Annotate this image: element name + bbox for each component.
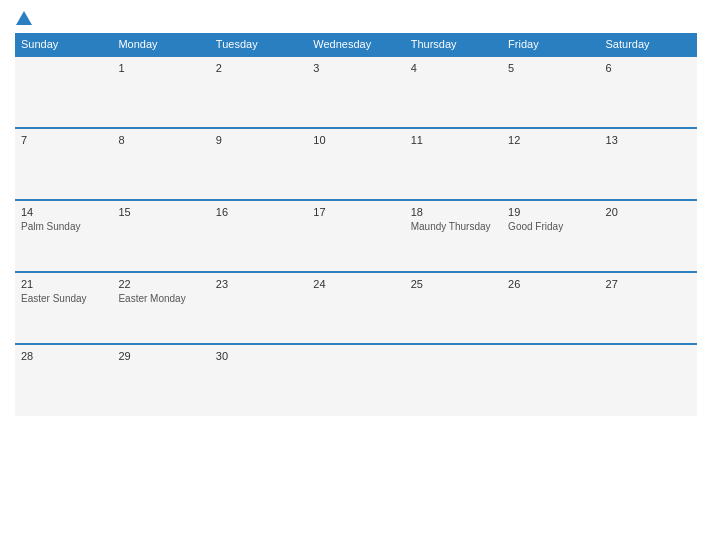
day-number: 28 xyxy=(21,350,106,362)
day-number: 9 xyxy=(216,134,301,146)
day-event: Palm Sunday xyxy=(21,221,80,232)
day-number: 11 xyxy=(411,134,496,146)
col-header-thursday: Thursday xyxy=(405,33,502,56)
day-number: 10 xyxy=(313,134,398,146)
col-header-tuesday: Tuesday xyxy=(210,33,307,56)
calendar-cell xyxy=(307,344,404,416)
calendar-cell: 22Easter Monday xyxy=(112,272,209,344)
calendar-cell: 1 xyxy=(112,56,209,128)
logo-text xyxy=(15,10,32,25)
calendar-body: 1234567891011121314Palm Sunday15161718Ma… xyxy=(15,56,697,416)
day-event: Good Friday xyxy=(508,221,563,232)
day-number: 14 xyxy=(21,206,106,218)
calendar-cell: 16 xyxy=(210,200,307,272)
calendar-cell xyxy=(502,344,599,416)
calendar-cell: 2 xyxy=(210,56,307,128)
week-row-3: 21Easter Sunday22Easter Monday2324252627 xyxy=(15,272,697,344)
calendar-cell: 14Palm Sunday xyxy=(15,200,112,272)
calendar-cell: 13 xyxy=(600,128,697,200)
day-number: 13 xyxy=(606,134,691,146)
day-number: 16 xyxy=(216,206,301,218)
day-number: 24 xyxy=(313,278,398,290)
day-number: 17 xyxy=(313,206,398,218)
day-number: 21 xyxy=(21,278,106,290)
day-event: Easter Monday xyxy=(118,293,185,304)
day-number: 19 xyxy=(508,206,593,218)
day-number: 22 xyxy=(118,278,203,290)
calendar-cell: 10 xyxy=(307,128,404,200)
calendar-page: SundayMondayTuesdayWednesdayThursdayFrid… xyxy=(0,0,712,550)
day-number: 12 xyxy=(508,134,593,146)
calendar-cell: 28 xyxy=(15,344,112,416)
day-number: 20 xyxy=(606,206,691,218)
week-row-4: 282930 xyxy=(15,344,697,416)
calendar-cell: 9 xyxy=(210,128,307,200)
calendar-cell: 26 xyxy=(502,272,599,344)
day-event: Easter Sunday xyxy=(21,293,87,304)
week-row-1: 78910111213 xyxy=(15,128,697,200)
calendar-cell: 23 xyxy=(210,272,307,344)
calendar-cell: 6 xyxy=(600,56,697,128)
col-header-monday: Monday xyxy=(112,33,209,56)
calendar-cell: 7 xyxy=(15,128,112,200)
col-header-wednesday: Wednesday xyxy=(307,33,404,56)
calendar-cell: 24 xyxy=(307,272,404,344)
day-number: 1 xyxy=(118,62,203,74)
calendar-cell: 21Easter Sunday xyxy=(15,272,112,344)
week-row-0: 123456 xyxy=(15,56,697,128)
calendar-cell: 27 xyxy=(600,272,697,344)
col-header-friday: Friday xyxy=(502,33,599,56)
day-number: 4 xyxy=(411,62,496,74)
logo-triangle-icon xyxy=(16,11,32,25)
logo xyxy=(15,10,32,25)
day-number: 23 xyxy=(216,278,301,290)
day-number: 15 xyxy=(118,206,203,218)
day-number: 5 xyxy=(508,62,593,74)
day-number: 30 xyxy=(216,350,301,362)
calendar-cell: 25 xyxy=(405,272,502,344)
calendar-cell: 18Maundy Thursday xyxy=(405,200,502,272)
calendar-cell: 17 xyxy=(307,200,404,272)
day-number: 18 xyxy=(411,206,496,218)
day-number: 2 xyxy=(216,62,301,74)
calendar-cell: 15 xyxy=(112,200,209,272)
day-number: 25 xyxy=(411,278,496,290)
calendar-cell: 5 xyxy=(502,56,599,128)
calendar-table: SundayMondayTuesdayWednesdayThursdayFrid… xyxy=(15,33,697,416)
day-number: 6 xyxy=(606,62,691,74)
calendar-cell: 8 xyxy=(112,128,209,200)
calendar-cell: 19Good Friday xyxy=(502,200,599,272)
calendar-header-row: SundayMondayTuesdayWednesdayThursdayFrid… xyxy=(15,33,697,56)
col-header-saturday: Saturday xyxy=(600,33,697,56)
col-header-sunday: Sunday xyxy=(15,33,112,56)
day-number: 8 xyxy=(118,134,203,146)
calendar-cell xyxy=(405,344,502,416)
calendar-cell xyxy=(600,344,697,416)
calendar-cell: 30 xyxy=(210,344,307,416)
calendar-cell: 12 xyxy=(502,128,599,200)
calendar-cell: 29 xyxy=(112,344,209,416)
day-number: 3 xyxy=(313,62,398,74)
day-number: 26 xyxy=(508,278,593,290)
day-number: 29 xyxy=(118,350,203,362)
calendar-cell xyxy=(15,56,112,128)
day-number: 7 xyxy=(21,134,106,146)
calendar-cell: 11 xyxy=(405,128,502,200)
calendar-cell: 4 xyxy=(405,56,502,128)
week-row-2: 14Palm Sunday15161718Maundy Thursday19Go… xyxy=(15,200,697,272)
calendar-cell: 20 xyxy=(600,200,697,272)
day-number: 27 xyxy=(606,278,691,290)
calendar-cell: 3 xyxy=(307,56,404,128)
header xyxy=(15,10,697,25)
day-event: Maundy Thursday xyxy=(411,221,491,232)
